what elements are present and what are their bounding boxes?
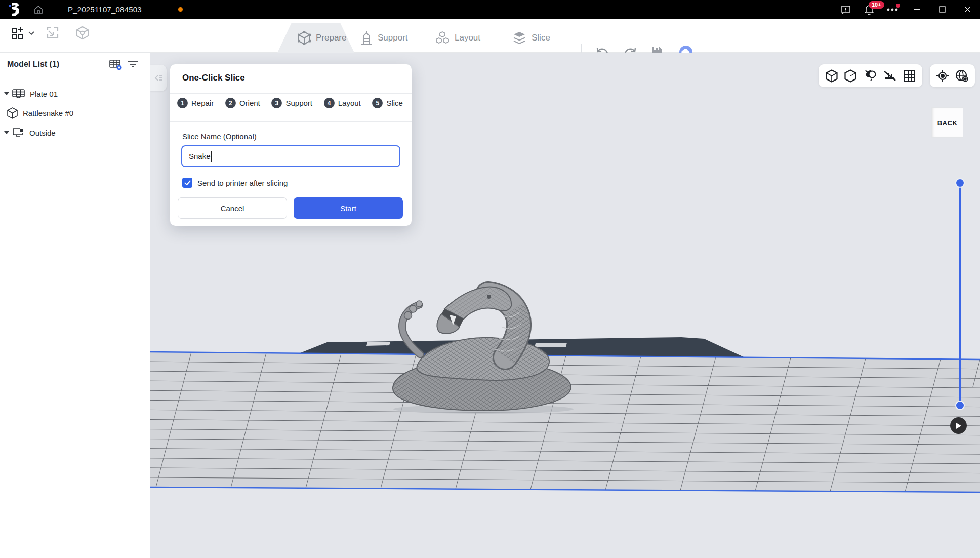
tab-prepare[interactable]: Prepare [277, 23, 354, 53]
panel-divider [0, 76, 150, 76]
main-toolbar: Prepare Support Layout Slice [0, 19, 980, 53]
step-orient: 2 Orient [225, 98, 260, 108]
dialog-divider [170, 121, 412, 122]
titlebar: P_20251107_084503 10+ [0, 0, 980, 19]
text-cursor [211, 151, 212, 162]
maximize-button[interactable] [929, 0, 955, 19]
overlap-check-icon[interactable] [864, 69, 877, 83]
view-options-toolbar [819, 64, 922, 87]
panel-collapse-handle[interactable] [150, 65, 167, 91]
dialog-divider [170, 93, 412, 94]
focus-target-icon[interactable] [936, 69, 949, 83]
step-repair: 1 Repair [177, 98, 214, 108]
more-menu-icon[interactable] [881, 0, 904, 19]
tree-item-model[interactable]: Rattlesnake #0 [0, 105, 150, 121]
project-title: P_20251107_084503 [68, 5, 142, 14]
tab-slice[interactable]: Slice [512, 23, 550, 53]
play-button[interactable] [950, 417, 967, 434]
layer-slider-track[interactable] [959, 183, 961, 406]
model-cube-icon [7, 107, 18, 119]
view-cube[interactable]: BACK [931, 107, 963, 138]
step-slice: 5 Slice [372, 98, 403, 108]
tab-layout-label: Layout [455, 33, 480, 43]
notifications-bell-icon[interactable]: 10+ [858, 0, 881, 19]
outside-icon [12, 128, 24, 138]
open-model-icon[interactable] [76, 26, 89, 40]
plate-grid-icon[interactable] [904, 70, 916, 82]
slice-steps: 1 Repair 2 Orient 3 Support 4 Layout 5 S… [177, 98, 405, 108]
minimize-button[interactable] [904, 0, 929, 19]
tree-item-label: Rattlesnake #0 [23, 109, 73, 117]
cancel-button[interactable]: Cancel [178, 197, 287, 219]
update-dot [896, 4, 900, 8]
checkbox-label: Send to printer after slicing [197, 179, 288, 187]
step-number: 4 [324, 98, 335, 108]
tab-support[interactable]: Support [360, 23, 408, 53]
support-icon [360, 31, 373, 45]
step-label: Repair [191, 99, 214, 107]
slice-icon [512, 31, 526, 45]
caret-down-icon[interactable] [4, 92, 9, 95]
layout-icon [435, 31, 450, 45]
layer-slider-top-handle[interactable] [955, 178, 965, 188]
tab-prepare-label: Prepare [316, 33, 346, 43]
step-layout: 4 Layout [324, 98, 361, 108]
slice-name-label: Slice Name (Optional) [182, 132, 257, 141]
step-label: Support [285, 99, 312, 107]
wireframe-view-icon[interactable] [844, 69, 856, 83]
import-icon[interactable] [46, 26, 60, 40]
step-label: Layout [338, 99, 361, 107]
step-support: 3 Support [271, 98, 312, 108]
globe-settings-icon[interactable] [955, 69, 969, 83]
tab-layout[interactable]: Layout [435, 23, 480, 53]
rattlesnake-model[interactable] [390, 278, 575, 414]
tab-slice-label: Slice [532, 33, 550, 43]
step-number: 2 [225, 98, 236, 108]
prepare-icon [298, 31, 311, 45]
support-off-icon[interactable] [883, 70, 896, 82]
home-icon[interactable] [33, 5, 44, 15]
close-button[interactable] [955, 0, 980, 19]
checkbox-checked-icon[interactable] [182, 178, 192, 188]
step-label: Slice [386, 99, 403, 107]
tree-item-label: Plate 01 [30, 90, 58, 98]
one-click-slice-dialog: One-Click Slice 1 Repair 2 Orient 3 Supp… [170, 64, 412, 226]
tab-support-label: Support [378, 33, 408, 43]
solid-view-icon[interactable] [826, 69, 838, 83]
plate-icon [12, 89, 25, 99]
tree-item-plate[interactable]: Plate 01 [0, 86, 150, 101]
model-list-panel: Model List (1) Plate 01 Rattlesnake #0 [0, 53, 150, 558]
tree-item-outside[interactable]: Outside [0, 125, 150, 140]
slice-name-value: Snake [189, 152, 211, 161]
dialog-title: One-Click Slice [182, 73, 245, 83]
step-number: 3 [271, 98, 282, 108]
start-button[interactable]: Start [294, 197, 403, 219]
tree-item-label: Outside [29, 129, 56, 137]
send-to-printer-row[interactable]: Send to printer after slicing [182, 178, 288, 188]
slice-name-input[interactable]: Snake [181, 145, 400, 167]
step-number: 5 [372, 98, 383, 108]
view-navigation-toolbar [930, 64, 975, 87]
step-label: Orient [239, 99, 260, 107]
caret-down-icon[interactable] [4, 131, 9, 134]
layer-slider-bottom-handle[interactable] [955, 401, 965, 410]
model-list-header: Model List (1) [7, 60, 59, 69]
unsaved-indicator-dot [178, 7, 183, 12]
feedback-icon[interactable] [834, 0, 858, 19]
add-model-icon[interactable] [11, 26, 34, 41]
add-plate-icon[interactable] [109, 59, 123, 70]
step-number: 1 [177, 98, 188, 108]
app-logo [9, 3, 20, 16]
view-cube-face-label: BACK [937, 119, 958, 127]
filter-icon[interactable] [128, 59, 139, 68]
